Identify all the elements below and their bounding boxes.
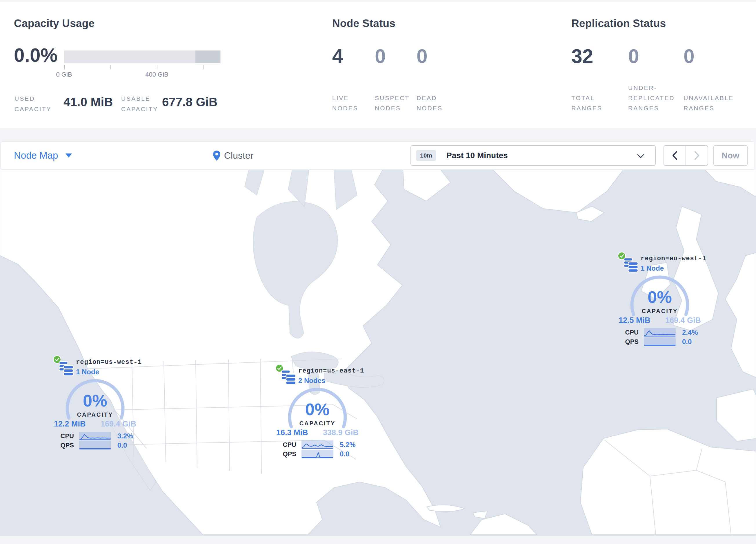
cpu-value: 3.2%	[117, 432, 133, 440]
region-capacity-percent: 0%	[611, 288, 708, 307]
cpu-label: CPU	[269, 441, 296, 449]
cpu-sparkline	[79, 432, 111, 440]
breadcrumb[interactable]: Cluster	[213, 141, 253, 169]
chevron-right-icon	[694, 151, 700, 160]
region-capacity-caption: CAPACITY	[46, 411, 144, 418]
capacity-percent-value: 0.0%	[14, 44, 57, 66]
world-map	[0, 170, 756, 536]
time-range-badge: 10m	[416, 150, 436, 161]
region-usable-capacity: 169.4 GiB	[665, 316, 701, 325]
cpu-label: CPU	[611, 329, 639, 336]
chevron-down-icon	[637, 154, 644, 158]
region-card-us-west-1[interactable]: region=us-west-1 1 Node 0% CAPACITY 12.2…	[46, 355, 144, 453]
database-stack-icon	[623, 257, 638, 273]
total-ranges-value: 32	[571, 45, 593, 67]
capacity-usage-bar	[64, 50, 221, 63]
usable-capacity-label: USABLE CAPACITY	[121, 93, 166, 114]
dead-nodes-value: 0	[417, 45, 428, 67]
qps-metric-row: QPS 0.0	[269, 450, 366, 458]
region-usable-capacity: 338.9 GiB	[323, 428, 359, 437]
map-toolbar: Node Map Cluster 10m Past 10 Minutes	[1, 141, 754, 170]
view-selector-label: Node Map	[14, 150, 58, 161]
bar-tick	[157, 65, 157, 69]
chevron-down-icon	[66, 153, 72, 157]
region-used-capacity: 12.2 MiB	[54, 420, 86, 429]
capacity-usage-bar-used-segment	[195, 50, 220, 63]
region-node-count: 2 Nodes	[298, 377, 364, 385]
database-stack-icon	[281, 370, 296, 385]
qps-metric-row: QPS 0.0	[46, 441, 144, 450]
cpu-metric-row: CPU 5.2%	[269, 440, 366, 449]
qps-value: 0.0	[117, 441, 127, 449]
unavailable-ranges-value: 0	[684, 45, 695, 67]
bar-tick-label-400: 400 GiB	[139, 71, 174, 78]
cpu-metric-row: CPU 3.2%	[46, 432, 144, 440]
view-selector-dropdown[interactable]: Node Map	[14, 141, 72, 169]
bar-tick	[203, 65, 203, 69]
cluster-overview-screen: Capacity Usage 0.0% 0 GiB 400 GiB USED C…	[0, 0, 756, 544]
land-hispaniola	[473, 511, 488, 518]
live-nodes-label: LIVE NODES	[332, 93, 361, 113]
region-capacity-values: 12.5 MiB 169.4 GiB	[611, 316, 708, 325]
qps-metric-row: QPS 0.0	[611, 338, 708, 346]
now-button[interactable]: Now	[713, 145, 748, 166]
region-capacity-values: 12.2 MiB 169.4 GiB	[46, 420, 144, 429]
region-card-us-east-1[interactable]: region=us-east-1 2 Nodes 0% CAPACITY 16.…	[269, 363, 366, 462]
suspect-nodes-label: SUSPECT NODES	[375, 93, 410, 113]
cluster-summary-panel: Capacity Usage 0.0% 0 GiB 400 GiB USED C…	[0, 2, 756, 128]
region-header: region=us-east-1 2 Nodes	[269, 363, 366, 387]
region-capacity-percent: 0%	[46, 391, 144, 410]
time-range-label: Past 10 Minutes	[446, 151, 508, 160]
land-baffin	[403, 170, 450, 201]
region-capacity-values: 16.3 MiB 338.9 GiB	[269, 428, 366, 437]
qps-sparkline	[644, 338, 676, 346]
land-iberia	[717, 389, 756, 441]
land-cuba	[427, 505, 464, 512]
under-replicated-ranges-label: UNDER-REPLICATED RANGES	[628, 83, 679, 113]
region-node-count: 1 Node	[641, 264, 706, 273]
qps-sparkline	[79, 441, 111, 450]
cpu-label: CPU	[46, 432, 74, 440]
replication-status-title: Replication Status	[571, 17, 666, 30]
region-node-count: 1 Node	[76, 368, 142, 376]
capacity-usage-title: Capacity Usage	[14, 17, 95, 30]
cpu-value: 2.4%	[682, 329, 698, 337]
land-europe	[725, 253, 756, 378]
region-header: region=us-west-1 1 Node	[46, 355, 144, 378]
qps-value: 0.0	[682, 338, 692, 346]
region-capacity-caption: CAPACITY	[269, 420, 366, 427]
qps-label: QPS	[269, 450, 296, 458]
database-stack-icon	[59, 361, 74, 377]
land-greenland	[493, 170, 623, 213]
qps-value: 0.0	[340, 450, 349, 458]
breadcrumb-label: Cluster	[224, 150, 253, 161]
used-capacity-value: 41.0 MiB	[63, 95, 113, 109]
next-time-button[interactable]	[686, 146, 708, 165]
region-capacity-caption: CAPACITY	[611, 308, 708, 315]
region-used-capacity: 16.3 MiB	[276, 428, 308, 437]
node-status-title: Node Status	[332, 17, 395, 30]
usable-capacity-value: 677.8 GiB	[162, 95, 217, 109]
region-name: region=us-west-1	[76, 359, 142, 366]
node-map: region=us-west-1 1 Node 0% CAPACITY 12.2…	[0, 170, 756, 536]
region-capacity-percent: 0%	[269, 400, 366, 419]
time-range-dropdown[interactable]: 10m Past 10 Minutes	[410, 145, 656, 166]
dead-nodes-label: DEAD NODES	[417, 93, 446, 113]
land-africa	[580, 429, 756, 535]
cpu-metric-row: CPU 2.4%	[611, 328, 708, 337]
cpu-sparkline	[644, 328, 676, 337]
qps-label: QPS	[611, 338, 639, 346]
region-name: region=eu-west-1	[641, 255, 706, 262]
region-card-eu-west-1[interactable]: region=eu-west-1 1 Node 0% CAPACITY 12.5…	[611, 251, 708, 350]
chevron-left-icon	[672, 151, 678, 160]
previous-time-button[interactable]	[664, 146, 686, 165]
time-pager	[664, 145, 708, 166]
land-norway	[705, 170, 756, 197]
used-capacity-label: USED CAPACITY	[14, 93, 59, 114]
bar-tick	[110, 65, 111, 69]
region-header: region=eu-west-1 1 Node	[611, 251, 708, 274]
footer-strip	[0, 536, 756, 544]
total-ranges-label: TOTAL RANGES	[571, 93, 606, 113]
cpu-value: 5.2%	[340, 441, 356, 449]
cpu-sparkline	[301, 440, 333, 449]
